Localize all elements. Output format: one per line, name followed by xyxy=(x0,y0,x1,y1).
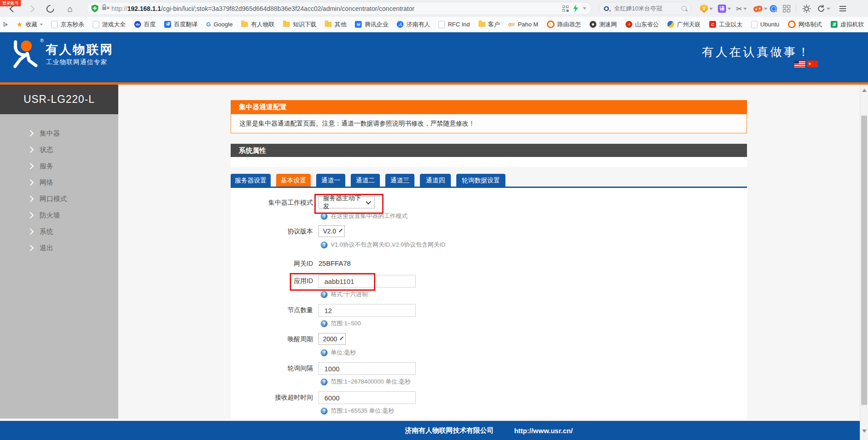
address-bar[interactable]: × http://192.168.1.1/cgi-bin/luci/;stok=… xyxy=(86,2,591,15)
search-icon[interactable] xyxy=(681,6,686,11)
home-button[interactable]: ⌂ xyxy=(65,3,76,14)
bookmark-item[interactable]: GGoogle xyxy=(206,21,232,28)
google-icon: G xyxy=(206,21,211,28)
qr-code-icon[interactable] xyxy=(562,5,569,12)
page-scrollbar[interactable] xyxy=(860,85,868,440)
chevron-right-icon xyxy=(27,147,34,153)
screenshot-button[interactable]: ✂ xyxy=(736,3,747,14)
field-help: ?范围:1~500 xyxy=(321,319,361,328)
eclipse-icon: (EF xyxy=(509,22,515,27)
scroll-down-arrow[interactable] xyxy=(862,430,867,433)
sidebar-item-status[interactable]: 状态 xyxy=(0,142,118,158)
sidebar-item-firewall[interactable]: 防火墙 xyxy=(0,207,118,223)
bookmark-item[interactable]: 其他 xyxy=(325,20,346,29)
orange-ring-icon xyxy=(788,20,796,28)
chevron-right-icon xyxy=(27,196,34,202)
back-button[interactable] xyxy=(7,3,18,14)
url-dropdown-caret[interactable] xyxy=(583,7,586,10)
tab-channel-2[interactable]: 通道二 xyxy=(351,174,380,187)
footer-url[interactable]: http://www.usr.cn/ xyxy=(514,427,573,435)
tencent-mail-icon: M xyxy=(355,21,362,28)
bookmark-item[interactable]: 广州天嵌 xyxy=(667,20,701,29)
browser-window: 登录账号 ⌂ × http://192.168.1.1/cgi-bin/luci… xyxy=(0,0,868,440)
sidebar-item-logout[interactable]: 退出 xyxy=(0,240,118,256)
node-count-input[interactable] xyxy=(318,304,416,317)
reload-button[interactable] xyxy=(45,3,56,14)
chinese-flag-icon[interactable]: ★ xyxy=(807,61,818,67)
games-button[interactable] xyxy=(753,3,767,14)
bookmark-item[interactable]: 网络制式 xyxy=(788,20,822,29)
bookmark-item[interactable]: du百度 xyxy=(134,20,156,29)
safe-shield-icon xyxy=(91,5,98,12)
tab-server-settings[interactable]: 服务器设置 xyxy=(231,174,271,187)
bookmark-item[interactable]: 译百度翻译 xyxy=(164,20,197,29)
registered-mark: ® xyxy=(40,38,44,43)
help-icon: ? xyxy=(321,291,328,298)
sidebar-item-system[interactable]: 系统 xyxy=(0,223,118,240)
tab-basic-settings[interactable]: 基本设置 xyxy=(276,174,311,187)
bookmark-item[interactable]: 人济南有人 xyxy=(397,20,430,29)
extension-button[interactable] xyxy=(770,3,777,14)
scroll-up-arrow[interactable] xyxy=(862,89,867,92)
sidebar-item-network[interactable]: 网络 xyxy=(0,174,118,191)
url-text[interactable]: http://192.168.1.1/cgi-bin/luci/;stok=3a… xyxy=(111,5,562,12)
field-label-receive-timeout: 接收超时时间 xyxy=(231,391,313,403)
forward-button[interactable] xyxy=(25,3,36,14)
protocol-version-select[interactable]: V2.0 xyxy=(318,225,345,237)
sidebar-item-port-mode[interactable]: 网口模式 xyxy=(0,191,118,207)
bookmark-item[interactable]: M腾讯企业 xyxy=(355,20,388,29)
favorites-menu[interactable]: ★ 收藏 xyxy=(16,20,43,29)
caret-icon xyxy=(827,8,830,10)
sidebar-item-services[interactable]: 服务 xyxy=(0,158,118,174)
bookmark-item[interactable]: (EFPaho M xyxy=(509,21,538,28)
tab-channel-4[interactable]: 通道四 xyxy=(420,174,451,187)
receive-timeout-input[interactable] xyxy=(318,391,416,404)
bookmark-item[interactable]: 客户 xyxy=(479,20,500,29)
wake-period-select[interactable]: 2000 xyxy=(318,333,346,345)
translate-icon: 译 xyxy=(718,5,726,13)
scrollbar-thumb[interactable] xyxy=(861,116,867,405)
history-undo-button[interactable] xyxy=(818,3,830,14)
search-box[interactable]: O, 全红婵10米台夺冠 xyxy=(599,2,691,15)
field-label-work-mode: 集中器工作模式 xyxy=(231,197,313,208)
polling-interval-input[interactable] xyxy=(318,362,416,375)
speed-mode-lightning-icon[interactable] xyxy=(573,5,578,12)
bookmark-item[interactable]: 有人物联 xyxy=(241,20,274,29)
folder-icon xyxy=(325,22,332,27)
tab-channel-3[interactable]: 通道三 xyxy=(385,174,414,187)
bookmark-item[interactable]: 京东秒杀 xyxy=(51,20,84,29)
so360-logo: O, xyxy=(604,5,611,13)
chevron-right-icon xyxy=(27,228,34,235)
undo-arrow-icon xyxy=(818,5,825,12)
bookmark-item[interactable]: 道虚拟机软 xyxy=(831,20,864,29)
bookmark-item[interactable]: Ubuntu xyxy=(751,21,779,28)
bookmark-item[interactable]: 路由器怎 xyxy=(547,20,581,29)
tab-polling-data[interactable]: 轮询数据设置 xyxy=(456,174,505,187)
bookmark-item[interactable]: ★山东省公 xyxy=(626,20,659,29)
home-icon: ⌂ xyxy=(67,5,72,13)
gateway-id-value: 25BFFA78 xyxy=(318,258,351,269)
apps-grid-icon xyxy=(783,5,790,12)
insecure-lock-icon[interactable]: × xyxy=(101,4,108,13)
wallet-shield-button[interactable]: ¥ xyxy=(700,3,713,14)
bookmark-item[interactable]: 游戏大全 xyxy=(93,20,126,29)
bookmarks-bar: ★ 收藏 京东秒杀 游戏大全 du百度 译百度翻译 GGoogle 有人物联 知… xyxy=(0,17,868,32)
bookmark-item[interactable]: 测速网 xyxy=(590,20,617,29)
apps-grid-button[interactable] xyxy=(783,3,790,14)
page-title-bar: 集中器通道配置 xyxy=(231,100,747,114)
search-query[interactable]: 全红婵10米台夺冠 xyxy=(614,5,678,13)
bookmark-item[interactable]: C工业以太 xyxy=(709,20,742,29)
theme-button[interactable] xyxy=(802,3,811,14)
tab-channel-1[interactable]: 通道一 xyxy=(316,174,345,187)
sidebar-item-concentrator[interactable]: 集中器 xyxy=(0,125,118,142)
site-header: ® 有人物联网 工业物联网通信专家 有人在认真做事！ ★ xyxy=(0,32,868,82)
field-label-node-count: 节点数量 xyxy=(231,304,313,316)
english-flag-icon[interactable] xyxy=(794,61,805,67)
translate-button[interactable]: 译 xyxy=(718,3,731,14)
caret-icon xyxy=(40,24,43,25)
menu-button[interactable] xyxy=(839,3,846,14)
collapse-sidebar-icon[interactable] xyxy=(4,22,8,27)
scissors-icon: ✂ xyxy=(736,5,742,13)
bookmark-item[interactable]: 知识下载 xyxy=(283,20,316,29)
bookmark-item[interactable]: RFC Ind xyxy=(439,21,469,28)
